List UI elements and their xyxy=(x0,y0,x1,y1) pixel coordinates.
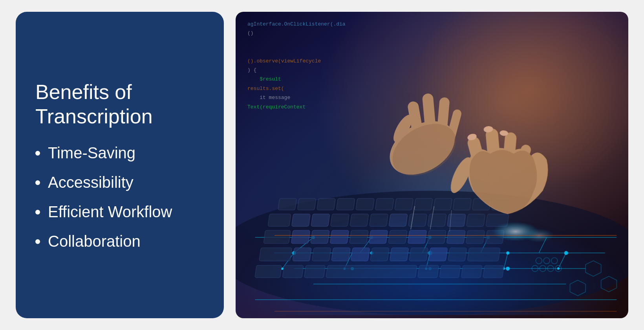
main-container: Benefits of Transcription Time-Saving Ac… xyxy=(16,12,628,318)
list-item-efficient-workflow: Efficient Workflow xyxy=(35,203,204,221)
bullet-dot-icon xyxy=(35,239,40,244)
left-panel: Benefits of Transcription Time-Saving Ac… xyxy=(16,12,224,318)
bullet-dot-icon xyxy=(35,180,40,185)
list-item-accessibility: Accessibility xyxy=(35,174,204,191)
bullet-label: Time-Saving xyxy=(48,144,135,162)
tech-background-image: agInterface.OnClickListener(.dia () ().o… xyxy=(236,12,628,318)
title-transcription: Transcription xyxy=(35,104,204,128)
bullet-label: Accessibility xyxy=(48,174,134,191)
list-item-time-saving: Time-Saving xyxy=(35,144,204,162)
right-panel: agInterface.OnClickListener(.dia () ().o… xyxy=(236,12,628,318)
list-item-collaboration: Collaboration xyxy=(35,233,204,250)
scene-svg xyxy=(236,12,628,315)
bullet-label: Efficient Workflow xyxy=(48,203,172,221)
bullet-dot-icon xyxy=(35,210,40,214)
bullet-dot-icon xyxy=(35,151,40,156)
title-benefits: Benefits of xyxy=(35,80,204,104)
benefits-list: Time-Saving Accessibility Efficient Work… xyxy=(35,144,204,250)
svg-rect-120 xyxy=(236,167,628,315)
bullet-label: Collaboration xyxy=(48,233,141,250)
title-block: Benefits of Transcription xyxy=(35,80,204,129)
